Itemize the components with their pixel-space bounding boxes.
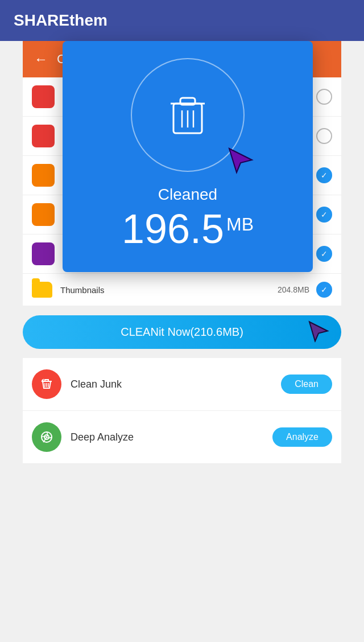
- deep-analyze-label: Deep Analyze: [71, 431, 272, 443]
- trash-icon: [168, 92, 208, 138]
- thumbnail-check[interactable]: [316, 282, 332, 298]
- folder-icon: [32, 282, 52, 298]
- item-icon-orange2: [32, 203, 55, 226]
- cleaned-amount: 196.5 MB: [122, 208, 254, 249]
- deep-analyze-item: Deep Analyze Analyze: [23, 411, 341, 464]
- analyze-button[interactable]: Analyze: [272, 427, 332, 447]
- app-title: SHAREthem: [14, 11, 107, 30]
- back-arrow-icon[interactable]: ←: [34, 51, 48, 67]
- clean-button[interactable]: Clean: [281, 374, 332, 394]
- top-bar: SHAREthem: [0, 0, 364, 41]
- item-icon-red2: [32, 125, 55, 147]
- clean-junk-icon: [32, 369, 61, 399]
- thumbnail-row: Thumbnails 204.8MB: [23, 274, 341, 306]
- deep-analyze-icon: [32, 422, 61, 452]
- clean-now-button[interactable]: CLEANit Now(210.6MB): [23, 315, 341, 349]
- item-icon-red: [32, 85, 55, 108]
- clean-now-row: CLEANit Now(210.6MB): [23, 315, 341, 349]
- clean-junk-item: Clean Junk Clean: [23, 358, 341, 411]
- item-icon-orange: [32, 164, 55, 187]
- check-circle[interactable]: [316, 128, 332, 144]
- check-circle[interactable]: [316, 89, 332, 105]
- trash-circle: [131, 58, 245, 172]
- cleaned-unit: MB: [226, 215, 254, 233]
- thumbnail-size: 204.8MB: [278, 285, 309, 294]
- svg-marker-0: [309, 322, 328, 341]
- clean-now-label: CLEANit Now(210.6MB): [121, 326, 243, 339]
- cleaned-number: 196.5: [122, 208, 224, 249]
- item-icon-purple: [32, 242, 55, 265]
- cleaned-modal: Cleaned 196.5 MB: [63, 41, 313, 272]
- thumbnail-label: Thumbnails: [60, 285, 278, 295]
- cursor-arrow-icon: [307, 319, 330, 345]
- svg-marker-12: [229, 149, 252, 172]
- actions-list: Clean Junk Clean Deep Analyze Analyze: [23, 358, 341, 464]
- check-circle-checked2[interactable]: [316, 207, 332, 223]
- clean-junk-label: Clean Junk: [71, 378, 281, 390]
- modal-cursor-icon: [226, 146, 255, 176]
- cleaned-label: Cleaned: [158, 186, 217, 204]
- check-circle-checked3[interactable]: [316, 246, 332, 262]
- check-circle-checked[interactable]: [316, 167, 332, 183]
